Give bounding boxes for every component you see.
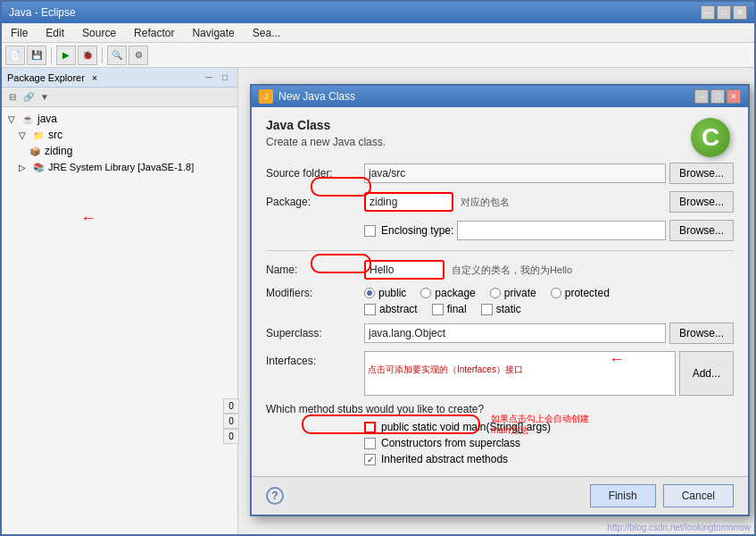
menu-bar: File Edit Source Refactor Navigate Sea..…: [2, 23, 754, 43]
project-icon: ☕: [21, 113, 34, 125]
toolbar-run[interactable]: ▶: [56, 46, 76, 65]
toolbar: 📄 💾 ▶ 🐞 🔍 ⚙: [2, 43, 754, 68]
interfaces-label: Interfaces:: [266, 351, 364, 367]
menu-edit[interactable]: Edit: [40, 25, 70, 41]
toolbar-settings[interactable]: ⚙: [129, 46, 148, 65]
radio-protected[interactable]: [551, 288, 561, 298]
jre-lib-icon: 📚: [32, 161, 45, 173]
name-input[interactable]: [364, 260, 444, 280]
dialog-section-subtitle: Create a new Java class.: [266, 136, 734, 148]
ziding-package-icon: 📦: [29, 145, 41, 157]
menu-navigate[interactable]: Navigate: [187, 25, 239, 41]
package-explorer-label: Package Explorer: [7, 72, 85, 83]
menu-search[interactable]: Sea...: [247, 25, 286, 41]
close-button[interactable]: ✕: [733, 5, 747, 20]
dialog-maximize[interactable]: □: [710, 89, 725, 104]
enclosing-checkbox-area: Enclosing type:: [266, 224, 453, 237]
stub-main-label: public static void main(String[] args): [381, 421, 551, 433]
dialog-minimize[interactable]: ─: [694, 89, 709, 104]
dialog-title-left: J New Java Class: [259, 89, 355, 104]
toolbar-save[interactable]: 💾: [27, 46, 46, 65]
tree-item-java[interactable]: ▽ ☕ java: [2, 111, 237, 127]
tree-item-ziding[interactable]: 📦 ziding: [2, 143, 237, 159]
toolbar-separator-2: [102, 47, 103, 63]
stub-constructors: Constructors from superclass: [364, 437, 734, 449]
modifier-public: public: [364, 287, 406, 299]
jre-expand-icon: ▷: [16, 161, 29, 173]
source-folder-browse-button[interactable]: Browse...: [669, 163, 734, 184]
finish-button[interactable]: Finish: [590, 484, 656, 507]
cancel-button[interactable]: Cancel: [663, 484, 734, 507]
view-menu-button[interactable]: ▼: [37, 90, 52, 105]
modifier-abstract-label: abstract: [379, 303, 418, 315]
interfaces-annotation: 点击可添加要实现的（Interfaces）接口: [368, 364, 523, 376]
sidebar: Package Explorer × ─ □ ⊟ 🔗 ▼ ▽ ☕ java: [2, 68, 238, 534]
superclass-input[interactable]: [364, 323, 666, 343]
enclosing-browse-button[interactable]: Browse...: [669, 220, 734, 241]
stub-inherited-checkbox[interactable]: [364, 454, 376, 465]
menu-file[interactable]: File: [5, 25, 33, 41]
panel-toolbar: ⊟ 🔗 ▼: [2, 88, 237, 107]
enclosing-input[interactable]: [457, 221, 666, 240]
interfaces-row: Interfaces: 点击可添加要实现的（Interfaces）接口 Add.…: [266, 351, 734, 396]
panel-header-title: Package Explorer ×: [7, 72, 97, 83]
checkbox-abstract[interactable]: [364, 304, 376, 315]
menu-refactor[interactable]: Refactor: [129, 25, 179, 41]
interfaces-add-button[interactable]: Add...: [679, 351, 734, 396]
source-folder-input[interactable]: [364, 163, 666, 183]
expand-icon: ▽: [5, 113, 18, 125]
modifier-final-label: final: [447, 303, 467, 315]
radio-private[interactable]: [490, 288, 501, 298]
modifier-private: private: [490, 287, 536, 299]
toolbar-debug[interactable]: 🐞: [78, 46, 97, 65]
maximize-panel-button[interactable]: □: [218, 71, 232, 85]
package-browse-button[interactable]: Browse...: [669, 191, 734, 213]
toolbar-search[interactable]: 🔍: [107, 46, 127, 65]
tree-label-java: java: [37, 113, 57, 125]
window-controls: ─ □ ✕: [701, 5, 747, 20]
radio-package[interactable]: [420, 288, 431, 298]
superclass-browse-button[interactable]: Browse...: [669, 322, 734, 344]
minimize-button[interactable]: ─: [701, 5, 715, 20]
source-folder-label: Source folder:: [266, 167, 364, 180]
window-title: Java - Eclipse: [9, 6, 76, 19]
package-explorer-close-icon[interactable]: ×: [92, 72, 97, 83]
modifier-final: final: [432, 303, 467, 315]
menu-source[interactable]: Source: [77, 25, 121, 41]
modifiers-group: public package private protected: [364, 287, 734, 299]
checkbox-final[interactable]: [432, 304, 444, 315]
status-num-1: 0: [223, 398, 239, 414]
divider-1: [266, 250, 734, 251]
source-folder-row: Source folder: Browse...: [266, 163, 734, 184]
collapse-all-button[interactable]: ⊟: [5, 90, 20, 105]
package-input[interactable]: [364, 192, 453, 212]
dialog-icon: J: [259, 89, 273, 104]
link-editor-button[interactable]: 🔗: [21, 90, 36, 105]
superclass-label: Superclass:: [266, 327, 364, 339]
modifier-public-label: public: [378, 287, 406, 299]
toolbar-separator-1: [51, 47, 52, 63]
modifier-protected: protected: [551, 287, 610, 299]
help-button[interactable]: ?: [266, 487, 284, 505]
radio-public[interactable]: [364, 288, 375, 298]
package-label: Package:: [266, 196, 364, 208]
tree-label-ziding: ziding: [45, 145, 72, 157]
toolbar-new[interactable]: 📄: [5, 46, 25, 65]
stub-inherited: Inherited abstract methods: [364, 453, 734, 465]
stub-constructors-checkbox[interactable]: [364, 438, 376, 449]
modifiers2-group: abstract final static: [364, 303, 734, 315]
checkbox-static[interactable]: [481, 304, 493, 315]
watermark: http://blog.csdn.net/lookingtomorrow: [607, 523, 751, 532]
minimize-panel-button[interactable]: ─: [202, 71, 216, 85]
tree-item-jre[interactable]: ▷ 📚 JRE System Library [JavaSE-1.8]: [2, 159, 237, 175]
stub-main-checkbox[interactable]: [364, 422, 376, 433]
tree-item-src[interactable]: ▽ 📁 src: [2, 127, 237, 143]
enclosing-checkbox[interactable]: [364, 225, 376, 237]
modifier-static-label: static: [496, 303, 521, 315]
stub-constructors-label: Constructors from superclass: [381, 437, 520, 449]
dialog-title-bar: J New Java Class ─ □ ✕: [252, 86, 748, 107]
dialog-close[interactable]: ✕: [727, 89, 741, 104]
enclosing-row: Enclosing type: Browse...: [266, 220, 734, 241]
maximize-button[interactable]: □: [717, 5, 731, 20]
dialog-footer: ? Finish Cancel: [252, 476, 748, 515]
